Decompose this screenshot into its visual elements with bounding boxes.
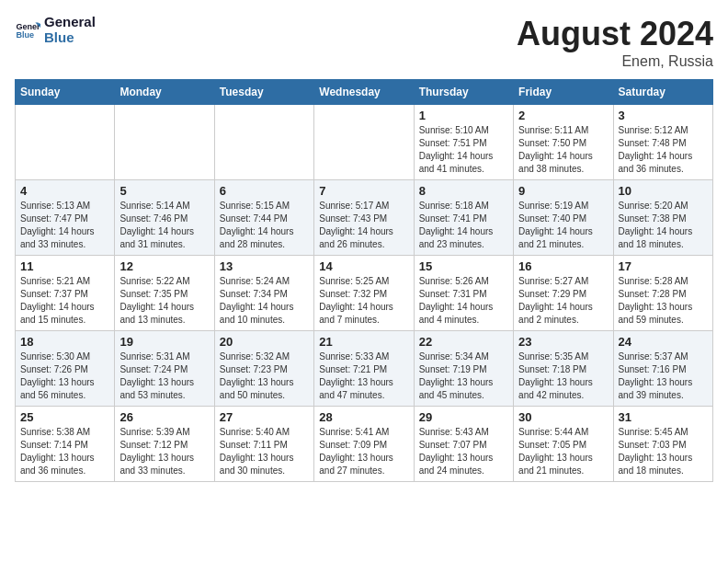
- day-number: 25: [20, 410, 109, 424]
- day-number: 18: [20, 335, 109, 349]
- calendar-cell: 10Sunrise: 5:20 AM Sunset: 7:38 PM Dayli…: [613, 180, 712, 256]
- day-header-monday: Monday: [115, 80, 214, 105]
- day-info: Sunrise: 5:13 AM Sunset: 7:47 PM Dayligh…: [20, 200, 109, 251]
- day-header-thursday: Thursday: [414, 80, 513, 105]
- day-info: Sunrise: 5:12 AM Sunset: 7:48 PM Dayligh…: [619, 124, 708, 176]
- day-info: Sunrise: 5:15 AM Sunset: 7:44 PM Dayligh…: [220, 200, 309, 251]
- days-header-row: SundayMondayTuesdayWednesdayThursdayFrid…: [16, 80, 713, 105]
- calendar-cell: 16Sunrise: 5:27 AM Sunset: 7:29 PM Dayli…: [514, 256, 613, 331]
- week-row-2: 4Sunrise: 5:13 AM Sunset: 7:47 PM Daylig…: [16, 180, 713, 256]
- calendar-cell: 28Sunrise: 5:41 AM Sunset: 7:09 PM Dayli…: [314, 407, 414, 482]
- calendar-cell: 14Sunrise: 5:25 AM Sunset: 7:32 PM Dayli…: [314, 256, 414, 331]
- calendar-cell: 4Sunrise: 5:13 AM Sunset: 7:47 PM Daylig…: [16, 180, 115, 256]
- day-number: 4: [20, 184, 109, 198]
- day-info: Sunrise: 5:22 AM Sunset: 7:35 PM Dayligh…: [119, 275, 209, 327]
- day-info: Sunrise: 5:26 AM Sunset: 7:31 PM Dayligh…: [419, 275, 508, 327]
- day-info: Sunrise: 5:43 AM Sunset: 7:07 PM Dayligh…: [419, 426, 508, 477]
- calendar-cell: 17Sunrise: 5:28 AM Sunset: 7:28 PM Dayli…: [613, 256, 712, 331]
- day-number: 6: [220, 184, 309, 198]
- day-number: 10: [619, 184, 708, 198]
- day-number: 24: [619, 335, 708, 349]
- calendar-cell: 2Sunrise: 5:11 AM Sunset: 7:50 PM Daylig…: [514, 105, 613, 180]
- day-number: 3: [619, 109, 708, 122]
- calendar-cell: 3Sunrise: 5:12 AM Sunset: 7:48 PM Daylig…: [613, 105, 712, 180]
- calendar-cell: 27Sunrise: 5:40 AM Sunset: 7:11 PM Dayli…: [214, 407, 313, 482]
- calendar-cell: [16, 105, 115, 180]
- calendar-cell: 26Sunrise: 5:39 AM Sunset: 7:12 PM Dayli…: [115, 407, 214, 482]
- day-header-friday: Friday: [514, 80, 613, 105]
- day-number: 19: [119, 335, 209, 349]
- day-info: Sunrise: 5:33 AM Sunset: 7:21 PM Dayligh…: [319, 350, 408, 402]
- day-info: Sunrise: 5:19 AM Sunset: 7:40 PM Dayligh…: [518, 200, 608, 251]
- day-info: Sunrise: 5:45 AM Sunset: 7:03 PM Dayligh…: [619, 426, 708, 477]
- day-number: 21: [319, 335, 408, 349]
- day-number: 1: [419, 109, 508, 122]
- day-info: Sunrise: 5:14 AM Sunset: 7:46 PM Dayligh…: [119, 200, 209, 251]
- title-block: August 2024 Enem, Russia: [517, 15, 713, 70]
- page-header: General Blue General Blue August 2024 En…: [15, 15, 713, 70]
- week-row-5: 25Sunrise: 5:38 AM Sunset: 7:14 PM Dayli…: [16, 407, 713, 482]
- day-number: 11: [20, 259, 109, 273]
- calendar-cell: [214, 105, 313, 180]
- day-number: 26: [119, 410, 209, 424]
- calendar-cell: 12Sunrise: 5:22 AM Sunset: 7:35 PM Dayli…: [115, 256, 214, 331]
- calendar-cell: 24Sunrise: 5:37 AM Sunset: 7:16 PM Dayli…: [613, 331, 712, 407]
- day-header-tuesday: Tuesday: [214, 80, 313, 105]
- calendar-cell: 1Sunrise: 5:10 AM Sunset: 7:51 PM Daylig…: [414, 105, 513, 180]
- calendar-subtitle: Enem, Russia: [517, 53, 713, 70]
- calendar-cell: 9Sunrise: 5:19 AM Sunset: 7:40 PM Daylig…: [514, 180, 613, 256]
- calendar-cell: 25Sunrise: 5:38 AM Sunset: 7:14 PM Dayli…: [16, 407, 115, 482]
- calendar-cell: 8Sunrise: 5:18 AM Sunset: 7:41 PM Daylig…: [414, 180, 513, 256]
- calendar-cell: 23Sunrise: 5:35 AM Sunset: 7:18 PM Dayli…: [514, 331, 613, 407]
- day-info: Sunrise: 5:30 AM Sunset: 7:26 PM Dayligh…: [20, 350, 109, 402]
- day-header-saturday: Saturday: [613, 80, 712, 105]
- day-header-wednesday: Wednesday: [314, 80, 414, 105]
- day-info: Sunrise: 5:31 AM Sunset: 7:24 PM Dayligh…: [119, 350, 209, 402]
- day-number: 27: [220, 410, 309, 424]
- logo-icon: General Blue: [15, 17, 40, 43]
- day-info: Sunrise: 5:41 AM Sunset: 7:09 PM Dayligh…: [319, 426, 408, 477]
- logo-wordmark: General Blue: [44, 15, 96, 45]
- week-row-3: 11Sunrise: 5:21 AM Sunset: 7:37 PM Dayli…: [16, 256, 713, 331]
- logo: General Blue General Blue: [15, 15, 96, 45]
- calendar-cell: 22Sunrise: 5:34 AM Sunset: 7:19 PM Dayli…: [414, 331, 513, 407]
- calendar-cell: [314, 105, 414, 180]
- day-info: Sunrise: 5:44 AM Sunset: 7:05 PM Dayligh…: [518, 426, 608, 477]
- day-number: 2: [518, 109, 608, 122]
- day-info: Sunrise: 5:28 AM Sunset: 7:28 PM Dayligh…: [619, 275, 708, 327]
- calendar-cell: 19Sunrise: 5:31 AM Sunset: 7:24 PM Dayli…: [115, 331, 214, 407]
- calendar-cell: 13Sunrise: 5:24 AM Sunset: 7:34 PM Dayli…: [214, 256, 313, 331]
- day-info: Sunrise: 5:39 AM Sunset: 7:12 PM Dayligh…: [119, 426, 209, 477]
- calendar-cell: 20Sunrise: 5:32 AM Sunset: 7:23 PM Dayli…: [214, 331, 313, 407]
- day-info: Sunrise: 5:10 AM Sunset: 7:51 PM Dayligh…: [419, 124, 508, 176]
- day-info: Sunrise: 5:18 AM Sunset: 7:41 PM Dayligh…: [419, 200, 508, 251]
- calendar-cell: 6Sunrise: 5:15 AM Sunset: 7:44 PM Daylig…: [214, 180, 313, 256]
- day-number: 12: [119, 259, 209, 273]
- day-number: 16: [518, 259, 608, 273]
- calendar-cell: 7Sunrise: 5:17 AM Sunset: 7:43 PM Daylig…: [314, 180, 414, 256]
- day-number: 17: [619, 259, 708, 273]
- logo-general: General: [44, 15, 96, 30]
- svg-text:Blue: Blue: [16, 30, 34, 40]
- day-info: Sunrise: 5:35 AM Sunset: 7:18 PM Dayligh…: [518, 350, 608, 402]
- day-number: 23: [518, 335, 608, 349]
- day-number: 8: [419, 184, 508, 198]
- day-header-sunday: Sunday: [16, 80, 115, 105]
- day-number: 13: [220, 259, 309, 273]
- week-row-4: 18Sunrise: 5:30 AM Sunset: 7:26 PM Dayli…: [16, 331, 713, 407]
- day-info: Sunrise: 5:20 AM Sunset: 7:38 PM Dayligh…: [619, 200, 708, 251]
- day-info: Sunrise: 5:40 AM Sunset: 7:11 PM Dayligh…: [220, 426, 309, 477]
- day-info: Sunrise: 5:17 AM Sunset: 7:43 PM Dayligh…: [319, 200, 408, 251]
- calendar-cell: [115, 105, 214, 180]
- day-info: Sunrise: 5:11 AM Sunset: 7:50 PM Dayligh…: [518, 124, 608, 176]
- calendar-cell: 31Sunrise: 5:45 AM Sunset: 7:03 PM Dayli…: [613, 407, 712, 482]
- calendar-title: August 2024: [517, 15, 713, 53]
- day-info: Sunrise: 5:32 AM Sunset: 7:23 PM Dayligh…: [220, 350, 309, 402]
- day-number: 5: [119, 184, 209, 198]
- day-info: Sunrise: 5:37 AM Sunset: 7:16 PM Dayligh…: [619, 350, 708, 402]
- day-number: 30: [518, 410, 608, 424]
- day-number: 9: [518, 184, 608, 198]
- day-info: Sunrise: 5:27 AM Sunset: 7:29 PM Dayligh…: [518, 275, 608, 327]
- calendar-cell: 21Sunrise: 5:33 AM Sunset: 7:21 PM Dayli…: [314, 331, 414, 407]
- logo-blue: Blue: [44, 30, 96, 46]
